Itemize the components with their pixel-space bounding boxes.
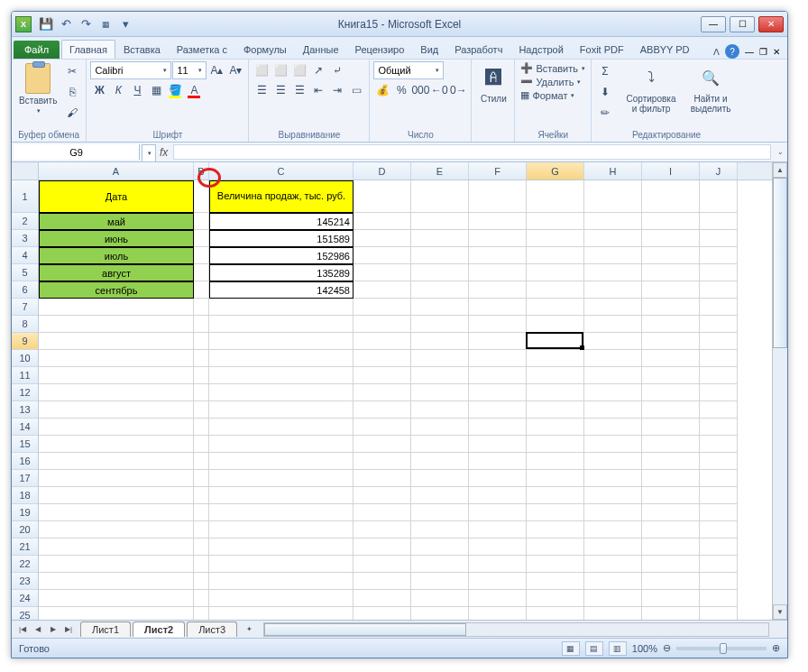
- cell-F6[interactable]: [469, 281, 527, 299]
- row-header-24[interactable]: 24: [12, 590, 38, 607]
- cell-G13[interactable]: [527, 401, 584, 419]
- cell-J1[interactable]: [700, 180, 738, 213]
- page-layout-view-icon[interactable]: ▤: [585, 641, 603, 656]
- align-middle-icon[interactable]: ⬜: [271, 61, 289, 79]
- cell-F1[interactable]: [469, 180, 527, 213]
- cell-D7[interactable]: [354, 299, 411, 316]
- paste-button[interactable]: Вставить ▾: [15, 61, 60, 116]
- cell-D3[interactable]: [354, 230, 411, 247]
- cut-icon[interactable]: ✂: [62, 61, 82, 81]
- cell-B8[interactable]: [194, 316, 209, 333]
- cell-C9[interactable]: [209, 333, 354, 350]
- merge-icon[interactable]: ▭: [347, 81, 365, 99]
- cell-B21[interactable]: [194, 539, 209, 556]
- cell-G12[interactable]: [527, 384, 584, 401]
- cell-I11[interactable]: [642, 367, 700, 384]
- format-cells-button[interactable]: ▦Формат▾: [519, 88, 576, 102]
- increase-indent-icon[interactable]: ⇥: [328, 81, 346, 99]
- col-header-C[interactable]: C: [209, 162, 354, 180]
- border-icon[interactable]: ▦: [147, 81, 165, 99]
- col-header-F[interactable]: F: [469, 162, 527, 180]
- bold-button[interactable]: Ж: [90, 81, 108, 99]
- close-button[interactable]: ✕: [758, 16, 784, 32]
- row-header-12[interactable]: 12: [12, 384, 38, 401]
- cell-D22[interactable]: [354, 556, 411, 573]
- row-header-22[interactable]: 22: [12, 556, 38, 573]
- cell-I7[interactable]: [642, 299, 700, 316]
- cell-H10[interactable]: [584, 350, 642, 367]
- prev-sheet-icon[interactable]: ◀: [31, 622, 45, 637]
- cell-F9[interactable]: [469, 333, 527, 350]
- cell-E9[interactable]: [411, 333, 469, 350]
- fill-icon[interactable]: ⬇: [595, 82, 615, 102]
- cell-I6[interactable]: [642, 281, 700, 299]
- insert-cells-button[interactable]: ➕Вставить▾: [519, 61, 587, 75]
- number-format-combo[interactable]: Общий▾: [373, 61, 444, 79]
- cell-I24[interactable]: [642, 590, 700, 607]
- cell-J5[interactable]: [700, 264, 738, 281]
- zoom-out-icon[interactable]: ⊖: [663, 642, 671, 654]
- cell-G21[interactable]: [527, 539, 584, 556]
- cell-J18[interactable]: [700, 487, 738, 504]
- row-header-15[interactable]: 15: [12, 436, 38, 453]
- font-name-combo[interactable]: Calibri▾: [90, 61, 171, 79]
- first-sheet-icon[interactable]: |◀: [15, 622, 30, 637]
- cells-area[interactable]: ДатаВеличина продаж, тыс. руб.май145214и…: [39, 180, 772, 620]
- cell-G17[interactable]: [527, 470, 584, 487]
- cell-F13[interactable]: [469, 401, 527, 419]
- cell-D13[interactable]: [354, 401, 411, 419]
- cell-E21[interactable]: [411, 539, 469, 556]
- cell-E6[interactable]: [411, 281, 469, 299]
- cell-F25[interactable]: [469, 607, 527, 620]
- help-icon[interactable]: ?: [725, 44, 739, 59]
- cell-C17[interactable]: [209, 470, 354, 487]
- name-box[interactable]: G9: [14, 144, 140, 160]
- cell-A8[interactable]: [39, 316, 194, 333]
- row-header-8[interactable]: 8: [12, 316, 38, 333]
- col-header-E[interactable]: E: [411, 162, 469, 180]
- cell-J15[interactable]: [700, 436, 738, 453]
- cell-C15[interactable]: [209, 436, 354, 453]
- align-bottom-icon[interactable]: ⬜: [290, 61, 308, 79]
- row-header-19[interactable]: 19: [12, 504, 38, 521]
- cell-D24[interactable]: [354, 590, 411, 607]
- cell-E15[interactable]: [411, 436, 469, 453]
- cell-G5[interactable]: [527, 264, 584, 281]
- cell-F11[interactable]: [469, 367, 527, 384]
- cell-E12[interactable]: [411, 384, 469, 401]
- cell-J17[interactable]: [700, 470, 738, 487]
- cell-E17[interactable]: [411, 470, 469, 487]
- cell-G23[interactable]: [527, 573, 584, 590]
- cell-G10[interactable]: [527, 350, 584, 367]
- cell-D11[interactable]: [354, 367, 411, 384]
- tab-view[interactable]: Вид: [412, 40, 446, 59]
- cell-J12[interactable]: [700, 384, 738, 401]
- row-header-13[interactable]: 13: [12, 401, 38, 419]
- cell-B9[interactable]: [194, 333, 209, 350]
- cell-E18[interactable]: [411, 487, 469, 504]
- cell-B13[interactable]: [194, 401, 209, 419]
- row-header-23[interactable]: 23: [12, 573, 38, 590]
- cell-E19[interactable]: [411, 504, 469, 521]
- cell-D25[interactable]: [354, 607, 411, 620]
- cell-H6[interactable]: [584, 281, 642, 299]
- zoom-level[interactable]: 100%: [632, 643, 657, 654]
- expand-formula-bar-icon[interactable]: ⌄: [773, 143, 787, 161]
- save-icon[interactable]: 💾: [37, 15, 55, 33]
- cell-I22[interactable]: [642, 556, 700, 573]
- page-break-view-icon[interactable]: ▥: [609, 641, 627, 656]
- cell-H8[interactable]: [584, 316, 642, 333]
- tab-developer[interactable]: Разработч: [446, 40, 510, 59]
- cell-J14[interactable]: [700, 419, 738, 436]
- cell-D8[interactable]: [354, 316, 411, 333]
- cell-E25[interactable]: [411, 607, 469, 620]
- cell-B10[interactable]: [194, 350, 209, 367]
- cell-D18[interactable]: [354, 487, 411, 504]
- cell-H4[interactable]: [584, 247, 642, 264]
- cell-A11[interactable]: [39, 367, 194, 384]
- cell-B20[interactable]: [194, 521, 209, 539]
- cell-J6[interactable]: [700, 281, 738, 299]
- cell-G6[interactable]: [527, 281, 584, 299]
- cell-E13[interactable]: [411, 401, 469, 419]
- cell-A19[interactable]: [39, 504, 194, 521]
